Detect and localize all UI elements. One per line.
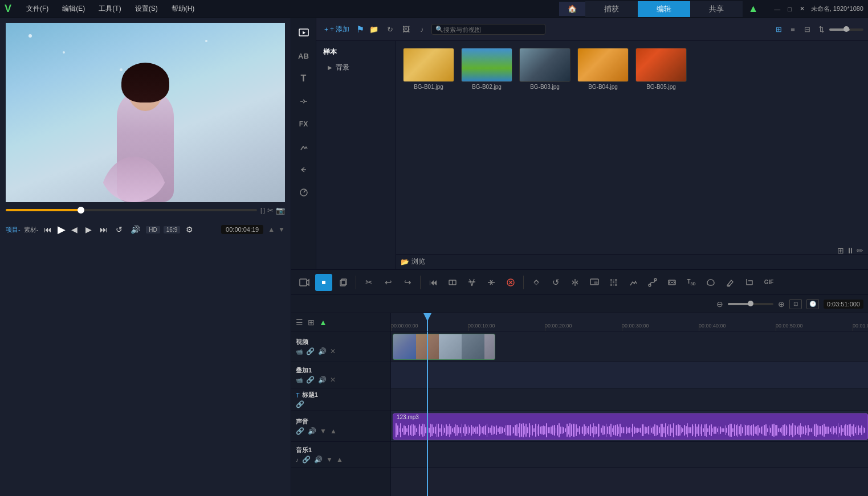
video-lock-icon[interactable]: ✕ [330, 347, 336, 355]
title-link-icon[interactable]: 🔗 [296, 400, 304, 408]
tl-cut-icon[interactable]: ✂ [360, 274, 377, 291]
thumb-bg-b02[interactable]: BG-B02.jpg [461, 48, 512, 90]
volume-button[interactable]: 🔊 [128, 224, 142, 235]
audio-volume-icon[interactable]: 🔊 [308, 427, 316, 435]
in-point-icon[interactable]: [ [260, 207, 262, 214]
menu-help[interactable]: 帮助(H) [166, 3, 201, 15]
tab-share[interactable]: 共享 [690, 1, 743, 17]
tl-crop-icon[interactable] [741, 274, 758, 291]
tl-speed-icon[interactable] [528, 274, 545, 291]
menu-file[interactable]: 文件(F) [21, 3, 54, 15]
add-button[interactable]: + + 添加 [321, 23, 353, 36]
view-toggle-edit[interactable]: ✏ [857, 246, 863, 255]
audio-down-icon[interactable]: ▼ [320, 427, 327, 435]
menu-edit[interactable]: 编辑(E) [56, 3, 91, 15]
tl-video-icon[interactable] [296, 274, 313, 291]
tl-copy-icon[interactable] [335, 274, 352, 291]
music-volume-icon[interactable]: 🔊 [314, 456, 323, 464]
repeat-button[interactable]: ↺ [113, 224, 125, 235]
audio-link-icon[interactable]: 🔗 [296, 427, 304, 435]
close-button[interactable]: ✕ [798, 5, 806, 13]
sidebar-fx-icon[interactable]: FX [294, 114, 314, 134]
audio-clip-1[interactable]: 123.mp3 [393, 413, 868, 440]
progress-thumb[interactable] [78, 207, 84, 214]
tl-split-icon[interactable] [463, 274, 480, 291]
tl-rotate-icon[interactable]: ↺ [547, 274, 564, 291]
music-up-icon[interactable]: ▲ [336, 456, 343, 464]
tree-item-background[interactable]: ▶ 背景 [316, 60, 396, 75]
zoom-slider-media[interactable] [829, 23, 863, 36]
video-volume-icon[interactable]: 🔊 [318, 347, 327, 355]
upload-icon[interactable]: ▲ [743, 3, 764, 15]
time-adjust-up[interactable]: ▲ [268, 226, 275, 233]
folder-icon[interactable]: 📁 [368, 23, 380, 36]
track-header-grid-icon[interactable]: ⊞ [308, 318, 315, 327]
aspect-badge[interactable]: 16:9 [164, 226, 180, 233]
prev-end-button[interactable]: ⏮ [42, 224, 54, 235]
music-link-icon[interactable]: 🔗 [302, 456, 311, 464]
tl-mosaic-icon[interactable] [605, 274, 622, 291]
tl-resize-icon[interactable] [663, 274, 680, 291]
out-point-icon[interactable]: ] [263, 207, 265, 214]
tree-item-sample[interactable]: 样本 [316, 44, 396, 60]
tl-trim-icon[interactable] [444, 274, 461, 291]
track-header-list-icon[interactable]: ☰ [296, 318, 303, 327]
thumb-bg-b03[interactable]: BG-B03.jpg [519, 48, 570, 90]
clock-icon[interactable]: 🕐 [806, 299, 819, 309]
image-filter-icon[interactable]: 🖼 [400, 23, 412, 36]
tl-gif-icon[interactable]: GIF [760, 274, 777, 291]
track-header-add-icon[interactable]: ▲ [319, 318, 327, 327]
quality-badge[interactable]: HD [146, 226, 160, 233]
sidebar-text-t-icon[interactable]: T [294, 68, 314, 89]
list-view-button[interactable]: ≡ [787, 23, 799, 36]
tl-text3d-icon[interactable]: T3D [683, 274, 700, 291]
menu-tools[interactable]: 工具(T) [93, 3, 127, 15]
scissors-icon[interactable]: ✂ [267, 206, 274, 215]
tl-bezier-icon[interactable] [644, 274, 661, 291]
tl-join-icon[interactable] [483, 274, 500, 291]
sidebar-motion-icon[interactable] [294, 137, 314, 157]
thumb-bg-b01[interactable]: BG-B01.jpg [403, 48, 454, 90]
video-link-icon[interactable]: 🔗 [306, 347, 315, 355]
view-toggle-pause[interactable]: ⏸ [846, 246, 854, 255]
tl-cursor-icon[interactable] [315, 274, 332, 291]
tab-capture[interactable]: 捕获 [585, 1, 638, 17]
tl-mirror-icon[interactable] [567, 274, 584, 291]
search-input[interactable] [443, 26, 541, 33]
tl-skip-start-icon[interactable]: ⏮ [425, 274, 442, 291]
minimize-button[interactable]: — [773, 5, 781, 13]
overlay-lock-icon[interactable]: ✕ [330, 376, 336, 384]
play-button[interactable]: ▶ [58, 223, 66, 236]
time-adjust-down[interactable]: ▼ [278, 226, 285, 233]
back-frame-button[interactable]: ◀ [69, 224, 80, 235]
view-toggle-grid[interactable]: ⊞ [837, 246, 844, 255]
tl-paint-icon[interactable] [722, 274, 739, 291]
sidebar-speed-icon[interactable] [294, 182, 314, 203]
detail-view-button[interactable]: ⊟ [801, 23, 813, 36]
audio-up-icon[interactable]: ▲ [330, 427, 337, 435]
tl-motion-icon[interactable] [625, 274, 642, 291]
sidebar-back-icon[interactable] [294, 159, 314, 180]
sidebar-text-ab-icon[interactable]: AB [294, 46, 314, 66]
thumb-bg-b04[interactable]: BG-B04.jpg [577, 48, 629, 90]
next-end-button[interactable]: ⏭ [97, 224, 110, 235]
tab-home[interactable]: 🏠 [559, 2, 585, 16]
refresh-icon[interactable]: ↻ [384, 23, 396, 36]
import-flag-icon[interactable]: ⚑ [356, 24, 364, 35]
audio-filter-icon[interactable]: ♪ [415, 23, 428, 36]
overlay-link-icon[interactable]: 🔗 [306, 376, 315, 384]
browse-button[interactable]: 📂 浏览 [396, 254, 868, 269]
music-down-icon[interactable]: ▼ [326, 456, 333, 464]
zoom-in-icon[interactable]: ⊕ [778, 300, 785, 309]
zoom-out-icon[interactable]: ⊖ [716, 300, 723, 309]
tl-redo-icon[interactable]: ↪ [399, 274, 416, 291]
tl-pip-icon[interactable] [586, 274, 603, 291]
zoom-slider-timeline[interactable] [728, 303, 773, 305]
maximize-button[interactable]: □ [786, 5, 794, 13]
sidebar-transition-icon[interactable] [294, 91, 314, 112]
grid-view-button[interactable]: ⊞ [772, 23, 785, 36]
sort-icon[interactable]: ⇅ [815, 23, 828, 36]
tl-delete-icon[interactable] [502, 274, 519, 291]
thumb-bg-b05[interactable]: BG-B05.jpg [635, 48, 687, 90]
snapshot-icon[interactable]: 📷 [276, 206, 285, 215]
